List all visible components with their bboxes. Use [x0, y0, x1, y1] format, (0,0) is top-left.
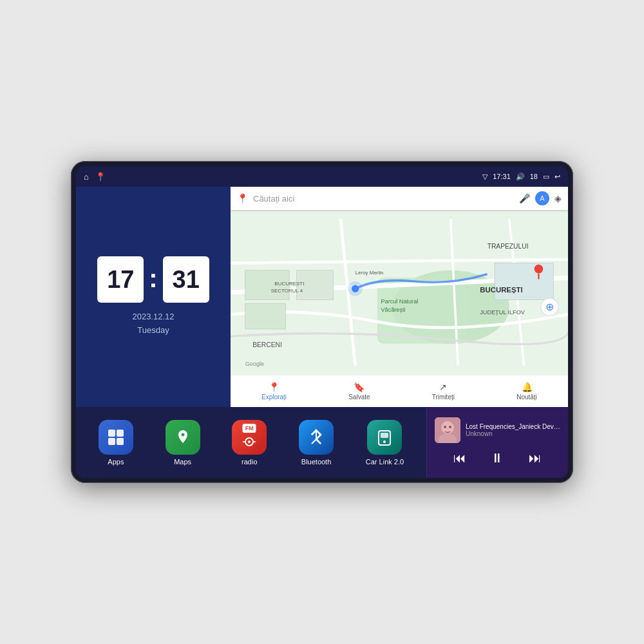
back-icon[interactable]: ↩	[554, 173, 560, 181]
map-footer-saved[interactable]: 🔖 Salvate	[348, 382, 370, 401]
next-button[interactable]: ⏭	[526, 448, 544, 468]
maps-icon	[166, 420, 200, 455]
explore-label: Explorați	[261, 393, 287, 401]
layers-icon[interactable]: ◈	[554, 193, 562, 204]
top-section: 17 : 31 2023.12.12 Tuesday 📍 Căutați aic…	[76, 187, 568, 407]
saved-icon: 🔖	[354, 382, 365, 392]
map-search-input[interactable]: Căutați aici	[253, 194, 514, 204]
map-logo-icon: 📍	[237, 193, 248, 204]
svg-text:BUCUREȘTI: BUCUREȘTI	[274, 281, 304, 287]
maps-label: Maps	[174, 458, 191, 466]
battery-icon: ▭	[543, 173, 549, 181]
home-icon[interactable]: ⌂	[84, 172, 89, 182]
play-pause-button[interactable]: ⏸	[488, 448, 506, 468]
svg-point-22	[535, 265, 544, 274]
map-panel[interactable]: 📍 Căutați aici 🎤 A ◈	[231, 187, 568, 407]
map-background: TRAPEZULUI BUCUREȘTI JUDEȚUL ILFOV BERCE…	[231, 210, 568, 375]
music-panel: Lost Frequencies_Janieck Devy-... Unknow…	[426, 407, 568, 478]
svg-text:Leroy Merlin: Leroy Merlin	[355, 270, 384, 276]
app-item-carlink[interactable]: Car Link 2.0	[366, 420, 404, 466]
svg-text:⊕: ⊕	[545, 301, 554, 312]
map-footer-share[interactable]: ↗ Trimiteți	[432, 382, 455, 401]
map-footer: 📍 Explorați 🔖 Salvate ↗ Trimiteți 🔔	[231, 375, 568, 407]
svg-text:SECTORUL 4: SECTORUL 4	[271, 288, 303, 294]
app-item-apps[interactable]: Apps	[99, 420, 133, 466]
svg-rect-37	[381, 433, 388, 438]
apps-icon	[99, 420, 133, 455]
music-top: Lost Frequencies_Janieck Devy-... Unknow…	[435, 417, 560, 443]
music-album-art	[435, 417, 460, 443]
share-icon: ↗	[439, 382, 447, 392]
music-controls: ⏮ ⏸ ⏭	[435, 448, 560, 468]
share-label: Trimiteți	[432, 393, 455, 401]
carlink-label: Car Link 2.0	[366, 458, 404, 466]
svg-rect-28	[108, 430, 115, 437]
map-footer-news[interactable]: 🔔 Noutăți	[516, 382, 537, 401]
app-item-bluetooth[interactable]: Bluetooth	[299, 420, 334, 466]
clock-display: 17 : 31	[97, 256, 209, 303]
volume-icon: 🔊	[516, 173, 525, 181]
svg-point-43	[449, 426, 451, 428]
svg-rect-10	[245, 303, 286, 329]
svg-rect-29	[117, 430, 124, 437]
map-view[interactable]: TRAPEZULUI BUCUREȘTI JUDEȚUL ILFOV BERCE…	[231, 210, 568, 375]
battery-level: 18	[530, 173, 538, 180]
music-title: Lost Frequencies_Janieck Devy-...	[466, 423, 560, 430]
bluetooth-icon	[299, 420, 334, 455]
clock-date-value: 2023.12.12	[132, 310, 174, 324]
bottom-section: Apps Maps FM	[76, 407, 568, 478]
svg-rect-11	[495, 263, 553, 299]
svg-point-33	[248, 440, 251, 443]
apps-label: Apps	[108, 458, 124, 466]
clock-colon: :	[149, 265, 157, 291]
map-header-icons: 🎤 A ◈	[519, 191, 562, 205]
map-search-bar[interactable]: 📍 Căutați aici 🎤 A ◈	[231, 187, 568, 210]
status-bar-right: ▽ 17:31 🔊 18 ▭ ↩	[482, 173, 560, 181]
svg-rect-31	[117, 438, 124, 445]
user-avatar[interactable]: A	[535, 191, 549, 205]
main-content: 17 : 31 2023.12.12 Tuesday 📍 Căutați aic…	[76, 187, 568, 478]
car-head-unit: ⌂ 📍 ▽ 17:31 🔊 18 ▭ ↩ 17 : 31	[71, 161, 573, 483]
news-icon: 🔔	[522, 382, 533, 392]
map-svg: TRAPEZULUI BUCUREȘTI JUDEȚUL ILFOV BERCE…	[231, 210, 568, 375]
svg-rect-30	[108, 438, 115, 445]
clock-minute: 31	[163, 256, 209, 303]
news-label: Noutăți	[516, 393, 537, 401]
music-info: Lost Frequencies_Janieck Devy-... Unknow…	[466, 423, 560, 437]
clock-panel: 17 : 31 2023.12.12 Tuesday	[76, 187, 231, 407]
clock-day: Tuesday	[132, 324, 174, 337]
device-screen: ⌂ 📍 ▽ 17:31 🔊 18 ▭ ↩ 17 : 31	[76, 166, 568, 478]
svg-point-42	[444, 426, 446, 428]
music-artist: Unknown	[466, 430, 560, 437]
mic-icon[interactable]: 🎤	[519, 193, 530, 204]
svg-text:JUDEȚUL ILFOV: JUDEȚUL ILFOV	[480, 309, 525, 316]
svg-text:Parcul Natural: Parcul Natural	[381, 298, 419, 305]
signal-icon: ▽	[482, 173, 488, 181]
status-bar-left: ⌂ 📍	[84, 172, 106, 182]
status-time: 17:31	[493, 173, 511, 180]
radio-label: radio	[242, 458, 257, 466]
svg-text:BUCUREȘTI: BUCUREȘTI	[480, 286, 522, 294]
map-footer-explore[interactable]: 📍 Explorați	[261, 382, 287, 401]
svg-point-38	[383, 440, 386, 443]
svg-text:BERCENI: BERCENI	[252, 341, 282, 348]
svg-point-27	[348, 281, 363, 296]
maps-status-icon[interactable]: 📍	[95, 172, 106, 182]
carlink-icon	[367, 420, 402, 455]
explore-icon: 📍	[269, 382, 279, 392]
apps-panel: Apps Maps FM	[76, 407, 426, 478]
svg-text:Văcărești: Văcărești	[381, 307, 406, 313]
prev-button[interactable]: ⏮	[451, 448, 469, 468]
saved-label: Salvate	[348, 393, 370, 401]
svg-text:Google: Google	[245, 361, 264, 367]
app-item-radio[interactable]: FM radio	[232, 420, 267, 466]
radio-icon: FM	[232, 420, 267, 455]
clock-hour: 17	[97, 256, 144, 303]
app-item-maps[interactable]: Maps	[166, 420, 200, 466]
status-bar: ⌂ 📍 ▽ 17:31 🔊 18 ▭ ↩	[76, 166, 568, 187]
svg-text:TRAPEZULUI: TRAPEZULUI	[488, 243, 529, 250]
clock-date: 2023.12.12 Tuesday	[132, 310, 174, 337]
bluetooth-label: Bluetooth	[301, 458, 331, 466]
